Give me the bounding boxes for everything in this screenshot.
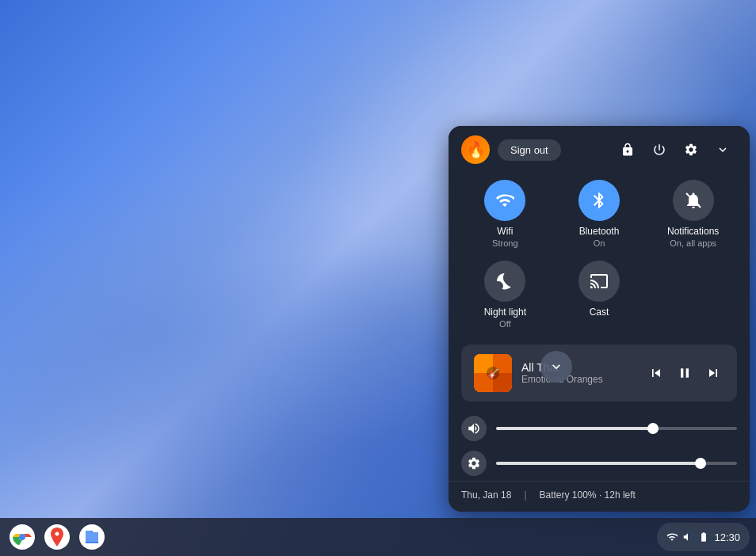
brightness-slider-thumb[interactable] [695, 458, 706, 469]
cast-circle [578, 261, 620, 302]
bluetooth-toggle[interactable]: Bluetooth On [556, 177, 643, 251]
pause-icon [677, 365, 693, 381]
taskbar-chrome-icon[interactable] [6, 521, 38, 553]
night-light-label: Night light [484, 307, 526, 318]
volume-slider-row [449, 411, 750, 446]
tray-battery-icon [698, 531, 709, 543]
taskbar-app-icons [6, 521, 108, 553]
media-artist: Emotional Oranges [521, 374, 636, 385]
panel-footer: Thu, Jan 18 | Battery 100% · 12h left [449, 481, 750, 512]
media-title: All That [521, 361, 636, 374]
notifications-toggle[interactable]: Notifications On, all apps [649, 177, 737, 251]
toggles-row-1: Wifi Strong Bluetooth On Notifications O… [449, 173, 750, 257]
avatar-icon: 🔥 [466, 140, 486, 159]
power-icon [652, 143, 666, 157]
brightness-slider-track[interactable] [496, 462, 737, 465]
media-next-button[interactable] [702, 362, 724, 384]
wifi-icon [495, 191, 514, 210]
tooltip-arrow-icon [548, 359, 564, 375]
files-svg [79, 524, 105, 550]
tray-volume-icon [682, 531, 693, 543]
header-actions [613, 135, 737, 164]
lock-button[interactable] [613, 135, 642, 164]
bluetooth-circle [578, 180, 620, 221]
footer-date: Thu, Jan 18 [461, 489, 511, 501]
media-prev-button[interactable] [645, 362, 667, 384]
taskbar: 12:30 [0, 518, 756, 556]
system-tray[interactable]: 12:30 [657, 523, 750, 551]
taskbar-files-icon[interactable] [76, 521, 108, 553]
media-player: 🎸 All That Emotional Oranges [461, 345, 737, 402]
night-light-sublabel: Off [499, 319, 510, 329]
settings-icon [684, 143, 698, 157]
toggles-row-2: Night light Off Cast [449, 257, 750, 341]
notifications-circle [673, 180, 714, 221]
svg-point-7 [19, 534, 25, 540]
tray-wifi-icon [666, 531, 678, 543]
notifications-sublabel: On, all apps [670, 238, 716, 248]
empty-toggle [649, 257, 737, 332]
footer-battery: Battery 100% · 12h left [540, 489, 636, 501]
brightness-slider-fill [496, 462, 701, 465]
sign-out-button[interactable]: Sign out [498, 139, 561, 161]
tray-time: 12:30 [714, 531, 740, 543]
maps-svg [44, 524, 70, 550]
night-light-circle [484, 261, 525, 302]
bluetooth-label: Bluetooth [579, 226, 620, 237]
tooltip-bubble [540, 351, 572, 383]
volume-icon [467, 421, 481, 436]
wifi-label: Wifi [497, 226, 513, 237]
cast-label: Cast [590, 307, 609, 318]
media-pause-button[interactable] [674, 362, 696, 384]
wifi-toggle[interactable]: Wifi Strong [461, 177, 549, 251]
collapse-button[interactable] [708, 135, 737, 164]
wifi-circle [484, 180, 525, 221]
album-art-image: 🎸 [474, 354, 512, 392]
notifications-label: Notifications [667, 226, 719, 237]
cast-toggle[interactable]: Cast [556, 257, 643, 332]
lock-icon [620, 143, 635, 157]
avatar-button[interactable]: 🔥 [461, 135, 490, 164]
volume-slider-thumb[interactable] [647, 423, 659, 434]
night-light-icon [495, 272, 514, 291]
chrome-svg [10, 524, 35, 550]
volume-slider-track[interactable] [496, 427, 737, 430]
bluetooth-sublabel: On [594, 238, 605, 248]
skip-previous-icon [648, 365, 664, 381]
volume-slider-fill [496, 427, 653, 430]
notifications-icon [684, 191, 703, 210]
media-controls [645, 362, 724, 384]
cast-icon [590, 272, 609, 291]
settings-button[interactable] [677, 135, 705, 164]
album-artwork-svg: 🎸 [474, 354, 512, 392]
panel-header: 🔥 Sign out [449, 126, 750, 173]
power-button[interactable] [645, 135, 674, 164]
footer-divider: | [524, 489, 526, 501]
album-art: 🎸 [474, 354, 512, 392]
chevron-down-icon [716, 143, 730, 157]
brightness-icon-button[interactable] [461, 451, 487, 476]
volume-icon-button[interactable] [461, 416, 487, 441]
taskbar-maps-icon[interactable] [41, 521, 73, 553]
quick-settings-panel: 🔥 Sign out [449, 126, 750, 512]
skip-next-icon [705, 365, 721, 381]
media-info: All That Emotional Oranges [521, 361, 636, 385]
wifi-sublabel: Strong [492, 238, 517, 248]
brightness-icon [467, 456, 481, 470]
night-light-toggle[interactable]: Night light Off [461, 257, 549, 332]
bluetooth-icon [590, 191, 609, 210]
svg-text:🎸: 🎸 [487, 367, 499, 379]
brightness-slider-row [449, 446, 750, 481]
